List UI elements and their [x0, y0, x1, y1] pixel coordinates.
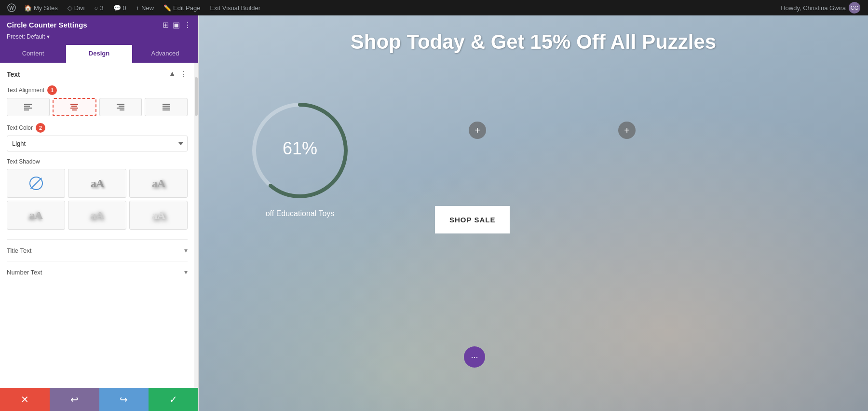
text-section-header: Text ▲ ⋮	[7, 69, 188, 79]
shadow-5-option[interactable]: aA	[129, 201, 188, 230]
admin-bar-divi[interactable]: ◇ Divi	[63, 0, 90, 15]
svg-rect-7	[71, 106, 77, 107]
redo-button[interactable]: ↪	[99, 388, 149, 411]
cancel-button[interactable]: ✕	[0, 388, 50, 411]
shadow-2-option[interactable]: aA	[129, 169, 188, 198]
svg-rect-9	[72, 110, 77, 110]
admin-bar: W 🏠 My Sites ◇ Divi ○ 3 💬 0 + New ✏️ Edi…	[0, 0, 868, 15]
fullscreen-icon[interactable]: ⊞	[163, 20, 169, 29]
section-more-icon[interactable]: ⋮	[180, 69, 188, 79]
align-left-button[interactable]	[7, 98, 50, 116]
svg-rect-6	[70, 104, 78, 105]
shadow-3-option[interactable]: aA	[7, 201, 65, 230]
svg-rect-11	[119, 106, 124, 107]
panel-scrollbar-thumb	[195, 77, 198, 116]
edit-page-button[interactable]: ✏️ Edit Page	[159, 0, 205, 15]
page-content: Shop Today & Get 15% Off All Puzzles 61%…	[199, 15, 868, 411]
admin-bar-mysites[interactable]: 🏠 My Sites	[19, 0, 63, 15]
shadow-text-1: aA	[91, 177, 104, 190]
tab-content[interactable]: Content	[0, 45, 66, 63]
page-heading: Shop Today & Get 15% Off All Puzzles	[199, 15, 868, 64]
shadow-1-option[interactable]: aA	[68, 169, 126, 198]
svg-rect-16	[163, 108, 170, 109]
add-section-button-1[interactable]: +	[469, 122, 486, 139]
bottom-bar: ✕ ↩ ↪ ✓	[0, 388, 198, 411]
shadow-text-5: aA	[152, 209, 165, 222]
title-text-section: Title Text ▾	[7, 239, 188, 261]
admin-bar-messages[interactable]: 💬 0	[108, 0, 131, 15]
number-text-section: Number Text ▾	[7, 261, 188, 283]
number-text-chevron-icon: ▾	[184, 268, 188, 276]
preset-chevron-icon: ▾	[47, 33, 50, 40]
shadow-grid: aA aA aA aA aA	[7, 169, 188, 230]
color-label: Text Color 2	[7, 123, 188, 133]
avatar[interactable]: CG	[849, 2, 860, 14]
alignment-label: Text Alignment 1	[7, 85, 188, 95]
settings-panel: Circle Counter Settings ⊞ ▣ ⋮ Preset: De…	[0, 15, 199, 411]
preset-row: Preset: Default ▾	[7, 33, 191, 45]
shadow-label: Text Shadow	[7, 158, 188, 165]
collapse-icon[interactable]: ▲	[168, 69, 176, 79]
svg-rect-3	[24, 106, 30, 107]
floating-options-button[interactable]: ···	[464, 346, 485, 368]
title-text-chevron-icon: ▾	[184, 247, 188, 254]
shadow-text-2: aA	[152, 177, 165, 190]
tab-design[interactable]: Design	[66, 45, 132, 63]
circle-subtitle: off Educational Toys	[266, 209, 335, 218]
panel-header: Circle Counter Settings ⊞ ▣ ⋮ Preset: De…	[0, 15, 198, 45]
circle-svg: 61%	[247, 97, 353, 204]
svg-rect-4	[24, 108, 32, 109]
alignment-options	[7, 98, 188, 116]
color-badge: 2	[36, 123, 45, 133]
admin-bar-comments[interactable]: ○ 3	[90, 0, 108, 15]
split-icon[interactable]: ▣	[173, 20, 180, 29]
tab-advanced[interactable]: Advanced	[132, 45, 198, 63]
home-icon: 🏠	[24, 4, 32, 12]
panel-title: Circle Counter Settings	[7, 21, 87, 29]
circle-icon: ○	[95, 4, 98, 12]
number-text-label: Number Text	[7, 269, 42, 276]
number-text-header[interactable]: Number Text ▾	[7, 268, 188, 276]
title-text-header[interactable]: Title Text ▾	[7, 247, 188, 254]
svg-rect-10	[117, 104, 124, 105]
title-text-label: Title Text	[7, 247, 31, 254]
comment-icon: 💬	[113, 4, 121, 12]
svg-rect-13	[120, 110, 124, 110]
svg-rect-2	[24, 104, 32, 105]
edit-icon: ✏️	[163, 4, 171, 12]
svg-rect-5	[24, 110, 29, 110]
no-shadow-icon	[29, 177, 43, 190]
shadow-none-option[interactable]	[7, 169, 65, 198]
svg-text:W: W	[9, 5, 14, 11]
svg-rect-15	[163, 106, 170, 107]
svg-rect-17	[163, 110, 170, 110]
divi-icon: ◇	[68, 4, 72, 12]
alignment-badge: 1	[47, 85, 57, 95]
add-section-button-2[interactable]: +	[618, 122, 636, 139]
more-icon[interactable]: ⋮	[184, 20, 191, 29]
text-section-title: Text	[7, 70, 20, 78]
panel-scrollbar[interactable]	[194, 63, 198, 388]
shop-sale-button[interactable]: SHOP SALE	[435, 206, 510, 233]
undo-button[interactable]: ↩	[50, 388, 99, 411]
save-button[interactable]: ✓	[149, 388, 198, 411]
circle-counter[interactable]: 61% off Educational Toys	[247, 97, 353, 218]
exit-visual-builder-button[interactable]: Exit Visual Builder	[205, 0, 265, 15]
align-right-button[interactable]	[99, 98, 142, 116]
shadow-4-option[interactable]: aA	[68, 201, 126, 230]
svg-rect-8	[70, 108, 78, 109]
new-button[interactable]: + New	[131, 0, 159, 15]
tabs-row: Content Design Advanced	[0, 45, 198, 63]
wp-logo-icon[interactable]: W	[4, 0, 19, 15]
align-justify-button[interactable]	[145, 98, 188, 116]
svg-rect-14	[163, 104, 170, 105]
align-center-button[interactable]	[53, 98, 96, 116]
svg-text:61%: 61%	[283, 138, 317, 158]
text-color-select[interactable]: Light Dark	[7, 136, 188, 151]
shadow-text-4: aA	[91, 209, 104, 222]
panel-title-icons: ⊞ ▣ ⋮	[163, 20, 191, 29]
svg-rect-12	[117, 108, 124, 109]
panel-body: Text ▲ ⋮ Text Alignment 1	[0, 63, 194, 388]
page-area: Shop Today & Get 15% Off All Puzzles 61%…	[199, 15, 868, 411]
user-greeting: Howdy, Christina Gwira CG	[777, 2, 864, 14]
